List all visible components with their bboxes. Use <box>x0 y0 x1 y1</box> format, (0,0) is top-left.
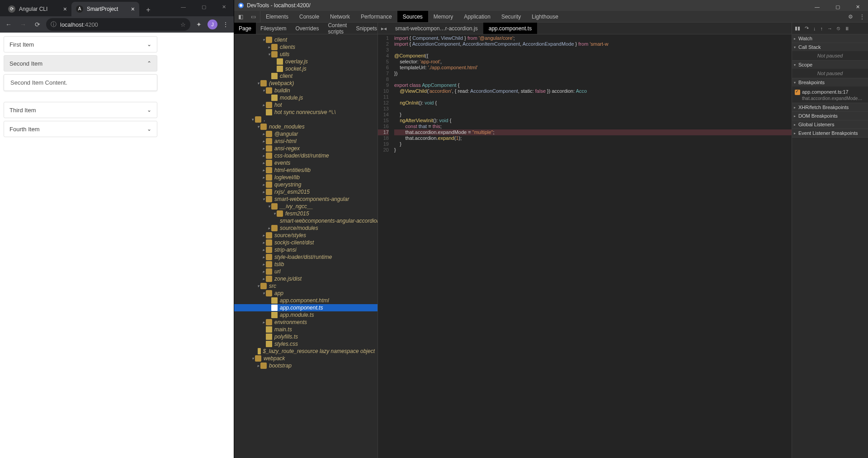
sources-subtab-overrides[interactable]: Overrides <box>291 23 323 34</box>
line-number[interactable]: 12 <box>378 100 389 106</box>
tree-node[interactable]: ▸@angular <box>234 130 377 138</box>
close-button[interactable]: ✕ <box>848 0 868 14</box>
xhr-breakpoints-section[interactable]: ▸XHR/fetch Breakpoints <box>792 103 868 111</box>
line-number[interactable]: 3 <box>378 47 389 53</box>
tree-node[interactable]: polyfills.ts <box>234 333 377 340</box>
disclosure-icon[interactable]: ▾ <box>261 197 266 201</box>
minimize-button[interactable]: — <box>173 0 193 14</box>
devtools-tab-sources[interactable]: Sources <box>397 11 428 22</box>
code-line[interactable]: } <box>394 141 792 147</box>
disclosure-icon[interactable]: ▸ <box>261 233 266 238</box>
sources-subtab-filesystem[interactable]: Filesystem <box>256 23 291 34</box>
tree-node[interactable]: ▾app <box>234 290 377 297</box>
line-number[interactable]: 10 <box>378 88 389 94</box>
disclosure-icon[interactable]: ▾ <box>250 356 255 361</box>
devtools-titlebar[interactable]: DevTools - localhost:4200/ — ▢ ✕ <box>234 0 868 11</box>
disclosure-icon[interactable]: ▸ <box>261 168 266 172</box>
extensions-icon[interactable]: ✦ <box>193 21 205 28</box>
devtools-tab-console[interactable]: Console <box>294 11 325 22</box>
tree-node[interactable]: client <box>234 72 377 80</box>
line-number[interactable]: 11 <box>378 94 389 100</box>
code-line[interactable] <box>394 94 792 100</box>
line-number[interactable]: 17 <box>378 129 389 135</box>
code-line[interactable]: that.accordion.expand(1); <box>394 135 792 141</box>
disclosure-icon[interactable]: ▸ <box>261 139 266 143</box>
code-line[interactable]: export class AppComponent { <box>394 82 792 88</box>
nav-toggle-icon[interactable]: ▸◂ <box>378 25 390 32</box>
tree-node[interactable]: ▾node_modules <box>234 123 377 130</box>
close-icon[interactable]: × <box>63 5 67 13</box>
disclosure-icon[interactable]: ▸ <box>261 240 266 245</box>
line-number[interactable]: 13 <box>378 106 389 112</box>
tree-node[interactable]: ▾webpack <box>234 355 377 362</box>
tree-node[interactable]: ▸bootstrap <box>234 362 377 369</box>
accordion-header[interactable]: Third Item⌄ <box>4 102 157 118</box>
tree-node[interactable]: app.component.ts <box>234 304 377 311</box>
disclosure-icon[interactable]: ▸ <box>261 175 266 180</box>
disclosure-icon[interactable]: ▸ <box>261 161 266 165</box>
tree-node[interactable]: ▾smart-webcomponents-angular <box>234 196 377 203</box>
tree-node[interactable]: ▸tslib <box>234 261 377 268</box>
disclosure-icon[interactable]: ▾ <box>272 211 277 216</box>
browser-tab-1[interactable]: A SmartProject × <box>71 2 139 16</box>
tree-node[interactable]: ▾src <box>234 282 377 290</box>
disclosure-icon[interactable]: ▾ <box>267 204 271 209</box>
code-line[interactable]: ngAfterViewInit(): void { <box>394 118 792 124</box>
line-number[interactable]: 2 <box>378 41 389 47</box>
disclosure-icon[interactable]: ▸ <box>267 226 271 230</box>
tree-node[interactable]: ▸clients <box>234 43 377 51</box>
disclosure-icon[interactable]: ▾ <box>256 81 260 86</box>
disclosure-icon[interactable]: ▸ <box>261 277 266 281</box>
minimize-button[interactable]: — <box>807 0 827 14</box>
tree-node[interactable]: ▾fesm2015 <box>234 210 377 217</box>
callstack-section[interactable]: ▾Call Stack <box>792 43 868 51</box>
disclosure-icon[interactable]: ▾ <box>256 124 260 129</box>
tree-node[interactable]: ▾client <box>234 36 377 43</box>
disclosure-icon[interactable]: ▸ <box>261 190 266 194</box>
close-icon[interactable]: × <box>131 5 135 13</box>
tree-node[interactable]: app.module.ts <box>234 311 377 319</box>
devtools-tab-security[interactable]: Security <box>496 11 526 22</box>
watch-section[interactable]: ▸Watch <box>792 34 868 43</box>
line-number[interactable]: 14 <box>378 112 389 118</box>
address-bar[interactable]: ⓘ localhost:4200 ☆ <box>46 18 190 31</box>
step-out-icon[interactable]: ↑ <box>821 26 823 31</box>
disclosure-icon[interactable]: ▸ <box>256 363 260 368</box>
devtools-tab-performance[interactable]: Performance <box>355 11 397 22</box>
disclosure-icon[interactable]: ▸ <box>261 182 266 187</box>
tree-node[interactable]: ▸source/styles <box>234 232 377 239</box>
tree-node[interactable]: socket.js <box>234 65 377 72</box>
disclosure-icon[interactable]: ▸ <box>261 146 266 151</box>
close-button[interactable]: ✕ <box>214 0 234 14</box>
reload-button[interactable]: ⟳ <box>32 19 43 30</box>
tree-node[interactable]: $_lazy_route_resource lazy namespace obj… <box>234 348 377 355</box>
tree-node[interactable]: ▸strip-ansi <box>234 246 377 253</box>
tree-node[interactable]: ▸ansi-regex <box>234 145 377 152</box>
pause-exceptions-icon[interactable]: ⏸ <box>844 26 849 31</box>
global-listeners-section[interactable]: ▸Global Listeners <box>792 120 868 129</box>
line-number[interactable]: 16 <box>378 124 389 129</box>
site-info-icon[interactable]: ⓘ <box>51 20 57 29</box>
tree-node[interactable]: ▸ansi-html <box>234 138 377 145</box>
code-line[interactable]: }) <box>394 71 792 76</box>
disclosure-icon[interactable]: ▸ <box>261 269 266 274</box>
tree-node[interactable]: ▸css-loader/dist/runtime <box>234 152 377 159</box>
disclosure-icon[interactable]: ▸ <box>261 262 266 267</box>
code-line[interactable]: ngOnInit(): void { <box>394 100 792 106</box>
disclosure-icon[interactable]: ▾ <box>261 88 266 93</box>
tree-node[interactable]: ▾. <box>234 116 377 123</box>
file-tree[interactable]: ▾client▸clients▾utilsoverlay.jssocket.js… <box>234 34 377 458</box>
tree-node[interactable]: smart-webcomponents-angular-accordion.js <box>234 217 377 224</box>
tree-node[interactable]: ▾buildin <box>234 87 377 94</box>
code-line[interactable] <box>394 76 792 82</box>
line-number[interactable]: 20 <box>378 147 389 153</box>
inspect-element-icon[interactable]: ◧ <box>234 11 247 22</box>
tree-node[interactable]: ▸events <box>234 159 377 167</box>
disclosure-icon[interactable]: ▸ <box>261 132 266 136</box>
code-lines[interactable]: import { Component, ViewChild } from '@a… <box>392 34 792 458</box>
tree-node[interactable]: ▸environments <box>234 319 377 326</box>
code-line[interactable]: @ViewChild('accordion', { read: Accordio… <box>394 88 792 94</box>
new-tab-button[interactable]: + <box>142 4 155 16</box>
disclosure-icon[interactable]: ▾ <box>261 291 266 296</box>
tree-node[interactable]: ▸source/modules <box>234 224 377 232</box>
